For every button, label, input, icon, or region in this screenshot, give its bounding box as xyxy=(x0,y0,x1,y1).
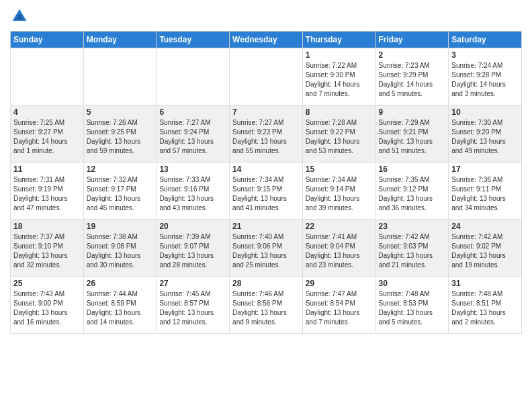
day-number: 26 xyxy=(87,279,154,288)
day-info: Sunrise: 7:30 AM Sunset: 9:20 PM Dayligh… xyxy=(451,118,519,156)
day-cell: 14Sunrise: 7:34 AM Sunset: 9:15 PM Dayli… xyxy=(230,163,303,220)
day-cell: 4Sunrise: 7:25 AM Sunset: 9:27 PM Daylig… xyxy=(11,105,84,163)
day-number: 23 xyxy=(379,222,446,231)
day-info: Sunrise: 7:39 AM Sunset: 9:07 PM Dayligh… xyxy=(159,232,226,270)
day-info: Sunrise: 7:23 AM Sunset: 9:29 PM Dayligh… xyxy=(379,61,446,99)
day-number: 11 xyxy=(13,165,81,174)
header xyxy=(10,7,522,26)
day-cell xyxy=(157,48,230,105)
day-number: 1 xyxy=(306,50,373,60)
day-cell: 8Sunrise: 7:28 AM Sunset: 9:22 PM Daylig… xyxy=(302,105,375,163)
day-cell: 18Sunrise: 7:37 AM Sunset: 9:10 PM Dayli… xyxy=(11,220,84,277)
day-number: 9 xyxy=(379,107,446,117)
day-info: Sunrise: 7:28 AM Sunset: 9:22 PM Dayligh… xyxy=(306,118,373,156)
weekday-header-row: SundayMondayTuesdayWednesdayThursdayFrid… xyxy=(11,32,522,48)
day-cell: 29Sunrise: 7:47 AM Sunset: 8:54 PM Dayli… xyxy=(302,277,375,334)
day-cell xyxy=(230,48,303,105)
day-info: Sunrise: 7:22 AM Sunset: 9:30 PM Dayligh… xyxy=(306,61,373,99)
page: SundayMondayTuesdayWednesdayThursdayFrid… xyxy=(0,0,532,340)
day-cell: 21Sunrise: 7:40 AM Sunset: 9:06 PM Dayli… xyxy=(230,220,303,277)
day-cell: 12Sunrise: 7:32 AM Sunset: 9:17 PM Dayli… xyxy=(83,163,157,220)
day-info: Sunrise: 7:27 AM Sunset: 9:24 PM Dayligh… xyxy=(159,118,226,156)
day-cell: 5Sunrise: 7:26 AM Sunset: 9:25 PM Daylig… xyxy=(83,105,157,163)
day-info: Sunrise: 7:42 AM Sunset: 9:02 PM Dayligh… xyxy=(451,232,519,270)
day-cell: 25Sunrise: 7:43 AM Sunset: 9:00 PM Dayli… xyxy=(11,277,84,334)
day-cell: 9Sunrise: 7:29 AM Sunset: 9:21 PM Daylig… xyxy=(375,105,449,163)
day-info: Sunrise: 7:33 AM Sunset: 9:16 PM Dayligh… xyxy=(159,175,226,213)
day-info: Sunrise: 7:46 AM Sunset: 8:56 PM Dayligh… xyxy=(232,289,300,327)
day-number: 4 xyxy=(13,107,81,117)
weekday-header-sunday: Sunday xyxy=(11,32,84,48)
day-number: 10 xyxy=(451,107,519,117)
day-info: Sunrise: 7:40 AM Sunset: 9:06 PM Dayligh… xyxy=(232,232,300,270)
day-number: 22 xyxy=(306,222,373,231)
day-cell: 31Sunrise: 7:48 AM Sunset: 8:51 PM Dayli… xyxy=(449,277,522,334)
day-number: 27 xyxy=(159,279,226,288)
day-number: 17 xyxy=(451,165,519,174)
day-info: Sunrise: 7:47 AM Sunset: 8:54 PM Dayligh… xyxy=(306,289,373,327)
day-number: 12 xyxy=(87,165,154,174)
day-info: Sunrise: 7:41 AM Sunset: 9:04 PM Dayligh… xyxy=(306,232,373,270)
day-info: Sunrise: 7:35 AM Sunset: 9:12 PM Dayligh… xyxy=(379,175,446,213)
day-info: Sunrise: 7:38 AM Sunset: 9:08 PM Dayligh… xyxy=(87,232,154,270)
day-number: 13 xyxy=(159,165,226,174)
day-info: Sunrise: 7:31 AM Sunset: 9:19 PM Dayligh… xyxy=(13,175,81,213)
day-cell: 7Sunrise: 7:27 AM Sunset: 9:23 PM Daylig… xyxy=(230,105,303,163)
day-info: Sunrise: 7:44 AM Sunset: 8:59 PM Dayligh… xyxy=(87,289,154,327)
day-info: Sunrise: 7:45 AM Sunset: 8:57 PM Dayligh… xyxy=(159,289,226,327)
week-row-4: 18Sunrise: 7:37 AM Sunset: 9:10 PM Dayli… xyxy=(11,220,522,277)
day-cell: 3Sunrise: 7:24 AM Sunset: 9:28 PM Daylig… xyxy=(449,48,522,105)
day-cell: 26Sunrise: 7:44 AM Sunset: 8:59 PM Dayli… xyxy=(83,277,157,334)
day-number: 28 xyxy=(232,279,300,288)
logo-icon xyxy=(10,7,29,26)
day-number: 24 xyxy=(451,222,519,231)
day-info: Sunrise: 7:25 AM Sunset: 9:27 PM Dayligh… xyxy=(13,118,81,156)
day-number: 29 xyxy=(306,279,373,288)
weekday-header-tuesday: Tuesday xyxy=(157,32,230,48)
day-cell: 17Sunrise: 7:36 AM Sunset: 9:11 PM Dayli… xyxy=(449,163,522,220)
day-info: Sunrise: 7:36 AM Sunset: 9:11 PM Dayligh… xyxy=(451,175,519,213)
day-cell: 15Sunrise: 7:34 AM Sunset: 9:14 PM Dayli… xyxy=(302,163,375,220)
day-cell xyxy=(11,48,84,105)
week-row-2: 4Sunrise: 7:25 AM Sunset: 9:27 PM Daylig… xyxy=(11,105,522,163)
day-cell: 24Sunrise: 7:42 AM Sunset: 9:02 PM Dayli… xyxy=(449,220,522,277)
day-number: 18 xyxy=(13,222,81,231)
day-info: Sunrise: 7:48 AM Sunset: 8:51 PM Dayligh… xyxy=(451,289,519,327)
day-number: 16 xyxy=(379,165,446,174)
day-cell: 1Sunrise: 7:22 AM Sunset: 9:30 PM Daylig… xyxy=(302,48,375,105)
day-number: 2 xyxy=(379,50,446,60)
day-info: Sunrise: 7:24 AM Sunset: 9:28 PM Dayligh… xyxy=(451,61,519,99)
day-number: 21 xyxy=(232,222,300,231)
day-cell: 27Sunrise: 7:45 AM Sunset: 8:57 PM Dayli… xyxy=(157,277,230,334)
week-row-1: 1Sunrise: 7:22 AM Sunset: 9:30 PM Daylig… xyxy=(11,48,522,105)
day-number: 14 xyxy=(232,165,300,174)
weekday-header-monday: Monday xyxy=(83,32,157,48)
calendar-table: SundayMondayTuesdayWednesdayThursdayFrid… xyxy=(10,31,522,334)
weekday-header-thursday: Thursday xyxy=(302,32,375,48)
day-cell: 19Sunrise: 7:38 AM Sunset: 9:08 PM Dayli… xyxy=(83,220,157,277)
day-cell: 2Sunrise: 7:23 AM Sunset: 9:29 PM Daylig… xyxy=(375,48,449,105)
day-number: 3 xyxy=(451,50,519,60)
day-info: Sunrise: 7:32 AM Sunset: 9:17 PM Dayligh… xyxy=(87,175,154,213)
day-cell: 22Sunrise: 7:41 AM Sunset: 9:04 PM Dayli… xyxy=(302,220,375,277)
day-cell: 30Sunrise: 7:48 AM Sunset: 8:53 PM Dayli… xyxy=(375,277,449,334)
day-cell: 20Sunrise: 7:39 AM Sunset: 9:07 PM Dayli… xyxy=(157,220,230,277)
day-number: 19 xyxy=(87,222,154,231)
day-cell: 13Sunrise: 7:33 AM Sunset: 9:16 PM Dayli… xyxy=(157,163,230,220)
day-number: 15 xyxy=(306,165,373,174)
day-cell: 10Sunrise: 7:30 AM Sunset: 9:20 PM Dayli… xyxy=(449,105,522,163)
day-info: Sunrise: 7:34 AM Sunset: 9:15 PM Dayligh… xyxy=(232,175,300,213)
day-info: Sunrise: 7:27 AM Sunset: 9:23 PM Dayligh… xyxy=(232,118,300,156)
day-cell xyxy=(83,48,157,105)
week-row-5: 25Sunrise: 7:43 AM Sunset: 9:00 PM Dayli… xyxy=(11,277,522,334)
day-number: 20 xyxy=(159,222,226,231)
day-info: Sunrise: 7:29 AM Sunset: 9:21 PM Dayligh… xyxy=(379,118,446,156)
logo xyxy=(10,7,32,26)
weekday-header-wednesday: Wednesday xyxy=(230,32,303,48)
day-info: Sunrise: 7:37 AM Sunset: 9:10 PM Dayligh… xyxy=(13,232,81,270)
day-info: Sunrise: 7:48 AM Sunset: 8:53 PM Dayligh… xyxy=(379,289,446,327)
weekday-header-friday: Friday xyxy=(375,32,449,48)
day-number: 8 xyxy=(306,107,373,117)
day-cell: 6Sunrise: 7:27 AM Sunset: 9:24 PM Daylig… xyxy=(157,105,230,163)
weekday-header-saturday: Saturday xyxy=(449,32,522,48)
